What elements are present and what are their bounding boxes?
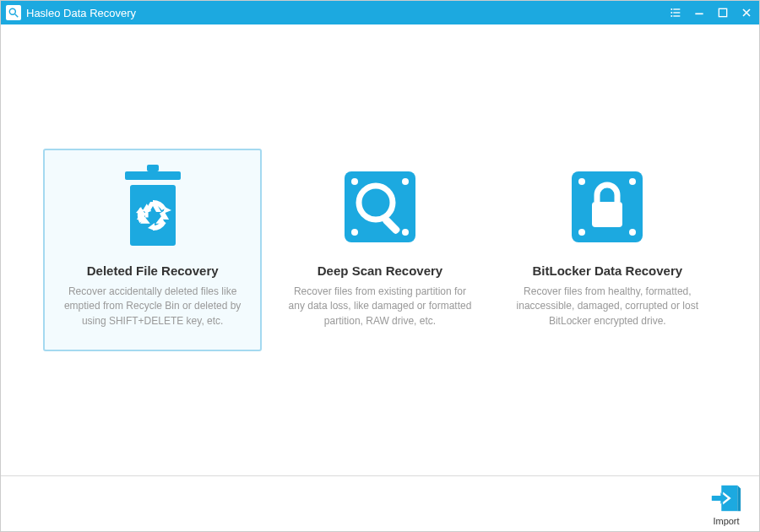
bitlocker-recovery-card[interactable]: BitLocker Data Recovery Recover files fr… bbox=[498, 149, 717, 351]
maximize-icon[interactable] bbox=[715, 5, 730, 20]
svg-point-27 bbox=[629, 178, 636, 185]
close-icon[interactable] bbox=[739, 5, 754, 20]
card-title: Deep Scan Recovery bbox=[280, 263, 479, 278]
import-icon bbox=[710, 482, 742, 514]
recycle-bin-icon bbox=[53, 160, 252, 253]
footer: Import bbox=[1, 475, 759, 531]
svg-rect-30 bbox=[592, 202, 622, 227]
svg-point-2 bbox=[670, 8, 672, 10]
app-icon bbox=[6, 5, 21, 20]
svg-rect-3 bbox=[673, 8, 680, 9]
card-description: Recover files from healthy, formatted, i… bbox=[508, 285, 707, 328]
titlebar: Hasleo Data Recovery bbox=[1, 1, 759, 24]
svg-rect-5 bbox=[673, 12, 680, 13]
app-title: Hasleo Data Recovery bbox=[26, 7, 668, 19]
window-controls bbox=[668, 5, 754, 20]
import-button[interactable]: Import bbox=[710, 482, 742, 526]
svg-point-26 bbox=[578, 178, 585, 185]
svg-point-19 bbox=[351, 178, 358, 185]
svg-rect-9 bbox=[719, 8, 726, 16]
svg-point-4 bbox=[670, 12, 672, 14]
svg-point-29 bbox=[629, 229, 636, 236]
svg-point-20 bbox=[402, 178, 409, 185]
svg-line-1 bbox=[15, 14, 19, 18]
card-description: Recover accidentally deleted files like … bbox=[53, 285, 252, 328]
lock-drive-icon bbox=[508, 160, 707, 253]
main-content: Deleted File Recovery Recover accidental… bbox=[1, 24, 759, 475]
svg-point-6 bbox=[670, 15, 672, 17]
card-description: Recover files from existing partition fo… bbox=[280, 285, 479, 328]
svg-rect-13 bbox=[147, 165, 159, 171]
svg-point-22 bbox=[402, 229, 409, 236]
minimize-icon[interactable] bbox=[692, 5, 707, 20]
svg-rect-14 bbox=[130, 185, 176, 246]
card-title: BitLocker Data Recovery bbox=[508, 263, 707, 278]
svg-point-28 bbox=[578, 229, 585, 236]
magnifier-drive-icon bbox=[280, 160, 479, 253]
card-title: Deleted File Recovery bbox=[53, 263, 252, 278]
svg-point-0 bbox=[9, 8, 15, 14]
menu-icon[interactable] bbox=[668, 5, 683, 20]
deleted-file-recovery-card[interactable]: Deleted File Recovery Recover accidental… bbox=[43, 149, 262, 351]
svg-rect-12 bbox=[125, 171, 181, 180]
svg-point-21 bbox=[351, 229, 358, 236]
deep-scan-recovery-card[interactable]: Deep Scan Recovery Recover files from ex… bbox=[270, 149, 489, 351]
import-label: Import bbox=[713, 516, 739, 526]
recovery-options: Deleted File Recovery Recover accidental… bbox=[9, 149, 751, 351]
svg-rect-7 bbox=[673, 15, 680, 16]
